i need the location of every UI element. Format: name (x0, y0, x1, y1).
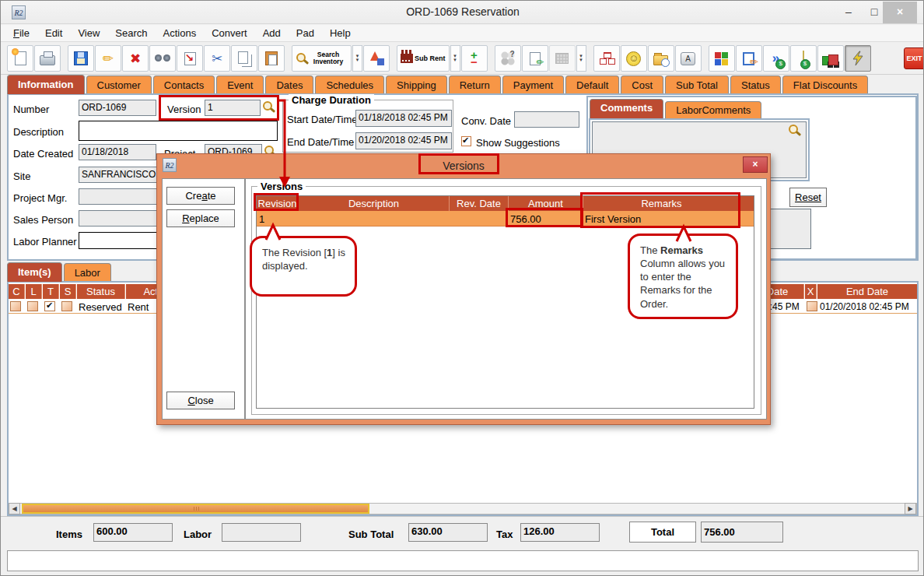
exit-button[interactable]: EXIT (901, 45, 924, 72)
show-suggestions-checkbox[interactable] (461, 136, 471, 146)
shortcut-key-button[interactable]: A (675, 45, 702, 72)
group-help-button[interactable] (495, 45, 521, 72)
smiley-icon (626, 51, 641, 66)
item-check-x[interactable] (807, 301, 817, 311)
menu-edit[interactable]: Edit (37, 25, 70, 41)
tab-cost[interactable]: Cost (621, 76, 663, 94)
versions-col-amount[interactable]: Amount (509, 196, 583, 211)
add-remove-button[interactable]: +− (461, 45, 488, 72)
col-header-s[interactable]: S (60, 284, 76, 299)
menu-pad[interactable]: Pad (289, 25, 322, 41)
description-field[interactable] (79, 121, 278, 141)
tab-status[interactable]: Status (730, 76, 781, 94)
tab-shipping[interactable]: Shipping (386, 76, 447, 94)
memo-button[interactable] (736, 45, 762, 72)
minimize-button[interactable]: – (837, 4, 860, 21)
tab-payment[interactable]: Payment (502, 76, 564, 94)
search-inventory-dropdown[interactable] (352, 45, 362, 72)
calendar-dropdown[interactable] (576, 45, 586, 72)
create-label-pre: Cre (185, 190, 201, 202)
hscroll-right-arrow[interactable]: ▶ (905, 503, 916, 515)
dialog-close-button[interactable]: × (743, 156, 768, 173)
search-inventory-button[interactable]: Search Inventory (292, 45, 352, 72)
tab-labor[interactable]: Labor (64, 263, 111, 282)
save-button[interactable] (68, 45, 94, 72)
dialog-close-bottom-button[interactable]: Close (166, 392, 235, 409)
contact-button[interactable] (621, 45, 647, 72)
app-window: R2 ORD-1069 Reservation – □ × File Edit … (0, 0, 924, 576)
items-total-label: Items (56, 529, 82, 540)
menu-search[interactable]: Search (107, 25, 155, 41)
tab-labor-comments[interactable]: LaborComments (665, 101, 761, 118)
tab-event[interactable]: Event (216, 76, 264, 94)
tab-schedules[interactable]: Schedules (315, 76, 384, 94)
menu-help[interactable]: Help (322, 25, 359, 41)
copy-button[interactable] (231, 45, 257, 72)
replace-button[interactable]: Replace (166, 209, 235, 227)
comments-zoom-icon[interactable] (788, 124, 801, 137)
quick-invoice-button[interactable]: » (763, 45, 789, 72)
history-folder-button[interactable] (648, 45, 674, 72)
tab-return[interactable]: Return (449, 76, 501, 94)
col-header-end-date[interactable]: End Date (817, 284, 917, 299)
versions-col-description[interactable]: Description (299, 196, 450, 211)
sub-rent-button[interactable]: Sub Rent (397, 45, 450, 72)
item-check-c[interactable] (10, 301, 21, 311)
col-header-x[interactable]: X (805, 284, 817, 299)
find-button[interactable] (149, 45, 176, 72)
memo-edit-icon (743, 52, 754, 65)
versions-col-remarks[interactable]: Remarks (583, 196, 740, 211)
col-header-t[interactable]: T (43, 284, 59, 299)
col-header-l[interactable]: L (26, 284, 42, 299)
quick-actions-button[interactable] (845, 45, 871, 72)
close-button[interactable]: × (883, 2, 917, 23)
menu-file[interactable]: File (5, 25, 37, 41)
paste-special-button[interactable] (177, 45, 203, 72)
versions-col-rev-date[interactable]: Rev. Date (450, 196, 509, 211)
hscroll-left-arrow[interactable]: ◀ (9, 503, 20, 515)
blocks-button[interactable] (709, 45, 735, 72)
start-datetime-field: 01/18/2018 02:45 PM (355, 110, 452, 127)
menu-add[interactable]: Add (255, 25, 289, 41)
delete-button[interactable]: ✖ (122, 45, 149, 72)
item-check-s[interactable] (61, 301, 72, 311)
sub-rent-dropdown[interactable] (450, 45, 460, 72)
version-field[interactable]: 1 (205, 100, 261, 116)
cut-button[interactable]: ✂ (204, 45, 230, 72)
menu-convert[interactable]: Convert (204, 25, 255, 41)
menu-actions[interactable]: Actions (156, 25, 205, 41)
labor-planner-field[interactable] (79, 232, 166, 249)
tab-items[interactable]: Item(s) (7, 262, 62, 282)
org-chart-button[interactable] (593, 45, 620, 72)
billing-notes-button[interactable] (790, 45, 817, 72)
versions-col-revision[interactable]: Revision (257, 196, 299, 211)
edit-button[interactable]: ✏ (95, 45, 121, 72)
reset-button[interactable]: Reset (789, 188, 827, 207)
create-button[interactable]: Create (166, 187, 235, 205)
shipping-truck-button[interactable] (817, 45, 844, 72)
col-header-c[interactable]: C (9, 284, 25, 299)
sub-rent-label: Sub Rent (415, 54, 446, 62)
tab-dates[interactable]: Dates (265, 76, 313, 94)
tab-contacts[interactable]: Contacts (153, 76, 215, 94)
hscroll-thumb[interactable] (22, 504, 369, 514)
new-order-button[interactable] (7, 45, 33, 72)
version-lookup-icon[interactable] (262, 100, 275, 114)
item-check-l[interactable] (27, 301, 38, 311)
tab-default[interactable]: Default (565, 76, 619, 94)
calendar-button[interactable] (549, 45, 576, 72)
paste-button[interactable] (258, 45, 285, 72)
item-check-t[interactable] (44, 301, 55, 311)
tab-customer[interactable]: Customer (86, 76, 152, 94)
notes-button[interactable] (522, 45, 548, 72)
tab-comments[interactable]: Comments (590, 99, 663, 118)
tab-sub-total[interactable]: Sub Total (665, 76, 729, 94)
tab-flat-discounts[interactable]: Flat Discounts (782, 76, 868, 94)
print-button[interactable] (34, 45, 61, 72)
shapes-button[interactable] (363, 45, 390, 72)
menu-view[interactable]: View (70, 25, 107, 41)
tax-label: Tax (496, 529, 513, 540)
tab-information[interactable]: Information (7, 75, 85, 94)
notepad-edit-icon (530, 52, 541, 65)
col-header-status[interactable]: Status (77, 284, 125, 299)
